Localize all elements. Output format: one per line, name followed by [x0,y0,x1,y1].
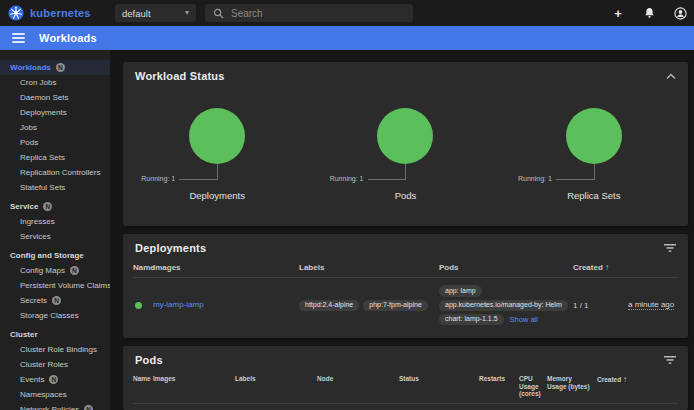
sidebar-item-network-policies[interactable]: Network PoliciesN [0,402,110,410]
workload-status-card: Workload Status Running: 1DeploymentsRun… [123,62,688,226]
notifications-bell-icon[interactable] [641,5,657,21]
sidebar-item-daemon-sets[interactable]: Daemon Sets [0,90,110,105]
column-header-labels[interactable]: Labels [235,370,317,402]
filter-icon[interactable] [664,243,676,253]
created-cell: a minute ago [628,278,678,332]
sidebar-item-cron-jobs[interactable]: Cron Jobs [0,75,110,90]
search-box[interactable] [205,4,413,22]
label-line: chart: lamp-1.1.5Show all [439,314,538,325]
sidebar-item-config-maps[interactable]: Config MapsN [0,263,110,278]
collapse-chevron-up-icon[interactable] [666,73,676,80]
column-header-status[interactable]: Status [399,370,479,402]
workload-status-title: Workload Status [135,70,225,82]
sidebar-item-workloads[interactable]: WorkloadsN [0,60,110,75]
sidebar-item-label: Cluster Role Bindings [20,345,97,354]
workload-chart-replica-sets: Running: 1Replica Sets [500,108,688,220]
search-input[interactable] [231,8,405,19]
chart-title: Deployments [123,190,311,201]
chart-title: Pods [311,190,499,201]
sidebar-item-deployments[interactable]: Deployments [0,105,110,120]
namespaced-badge-icon: N [56,63,65,72]
column-header-labels[interactable]: Labels [299,258,439,277]
deployment-name-cell: my-lamp-lamp [153,278,299,332]
column-header-name[interactable]: Name [133,258,153,277]
sidebar-item-namespaces[interactable]: Namespaces [0,387,110,402]
namespaced-badge-icon: N [43,202,52,211]
legend-leader-line [594,164,595,180]
status-pie-chart[interactable] [377,108,433,164]
column-header-created[interactable]: Created ↑ [573,258,628,277]
legend-leader-line [179,179,217,180]
topbar: kubernetes default ▾ + [0,0,694,26]
column-header-pods[interactable]: Pods [439,258,573,277]
sidebar-item-label: Namespaces [20,390,67,399]
sidebar-item-label: Config Maps [20,266,65,275]
workload-chart-pods: Running: 1Pods [311,108,499,220]
restarts-cell: 0 [519,404,547,410]
status-pie-chart[interactable] [566,108,622,164]
menu-icon[interactable] [12,33,25,43]
label-chip: chart: lamp-1.1.5 [439,314,504,325]
sidebar-item-label: Daemon Sets [20,93,68,102]
column-header-images[interactable]: Images [153,370,235,402]
create-plus-icon[interactable]: + [610,5,626,21]
sidebar-item-service[interactable]: ServiceN [0,199,110,214]
sidebar-item-label: Workloads [10,63,51,72]
sidebar-item-cluster-roles[interactable]: Cluster Roles [0,357,110,372]
sidebar-item-label: Cluster Roles [20,360,68,369]
created-cell: a minute ago [647,404,678,410]
column-header-name[interactable]: Name [133,370,153,402]
sidebar-item-services[interactable]: Services [0,229,110,244]
status-dot-cell [133,404,153,410]
label-line: app: lamp [439,285,482,296]
brand-title: kubernetes [30,7,91,19]
namespace-selector[interactable]: default ▾ [115,4,196,22]
column-header-node[interactable]: Node [317,370,399,402]
sidebar-item-stateful-sets[interactable]: Stateful Sets [0,180,110,195]
images-cell: httpd:2.4-alpinephp:7-fpm-alpine [235,404,317,410]
sidebar-item-label: Service [10,202,38,211]
kubernetes-logo-icon [8,5,24,21]
sidebar-item-label: Replica Sets [20,153,65,162]
sidebar-item-replica-sets[interactable]: Replica Sets [0,150,110,165]
brand[interactable]: kubernetes [8,0,91,26]
filter-icon[interactable] [664,355,676,365]
sidebar-item-secrets[interactable]: SecretsN [0,293,110,308]
user-account-icon[interactable] [672,5,688,21]
pods-title: Pods [135,354,163,366]
sidebar-item-label: Replication Controllers [20,168,100,177]
sidebar-item-cluster[interactable]: Cluster [0,327,110,342]
sidebar-item-events[interactable]: EventsN [0,372,110,387]
sidebar-item-jobs[interactable]: Jobs [0,120,110,135]
sidebar-item-label: Pods [20,138,38,147]
column-header-cpu-usage-cores[interactable]: CPU Usage (cores) [519,370,547,402]
search-icon [213,8,224,19]
topbar-actions: + [610,0,688,26]
column-header-created[interactable]: Created ↑ [597,370,647,402]
labels-cell: app: lamppod-template-hash: 5fd985cf68 [317,404,399,410]
pods-count-cell: 1 / 1 [573,278,628,332]
sidebar-item-label: Events [20,375,44,384]
column-header-restarts[interactable]: Restarts [479,370,519,402]
sidebar-item-replication-controllers[interactable]: Replication Controllers [0,165,110,180]
sidebar-item-persistent-volume-claims[interactable]: Persistent Volume ClaimsN [0,278,110,293]
image-chip: httpd:2.4-alpine [299,300,359,311]
sidebar-item-pods[interactable]: Pods [0,135,110,150]
sidebar-item-label: Jobs [20,123,37,132]
show-all-link[interactable]: Show all [510,315,538,324]
memory-usage-cell: - [597,404,647,410]
sidebar-item-cluster-role-bindings[interactable]: Cluster Role Bindings [0,342,110,357]
sidebar-item-storage-classes[interactable]: Storage Classes [0,308,110,323]
status-pie-chart[interactable] [189,108,245,164]
legend-label: Running: 1 [330,175,364,182]
column-header-images[interactable]: Images [153,258,299,277]
main-content: Workload Status Running: 1DeploymentsRun… [110,50,694,410]
node-cell: lke55127-86393-622f8d09399a [399,404,479,410]
workload-chart-deployments: Running: 1Deployments [123,108,311,220]
sidebar-item-config-and-storage[interactable]: Config and Storage [0,248,110,263]
sidebar-item-label: Config and Storage [10,251,84,260]
sidebar-item-ingresses[interactable]: Ingresses [0,214,110,229]
namespaced-badge-icon: N [70,266,79,275]
deployment-name-link[interactable]: my-lamp-lamp [153,300,204,310]
column-header-memory-usage-bytes[interactable]: Memory Usage (bytes) [547,370,597,402]
